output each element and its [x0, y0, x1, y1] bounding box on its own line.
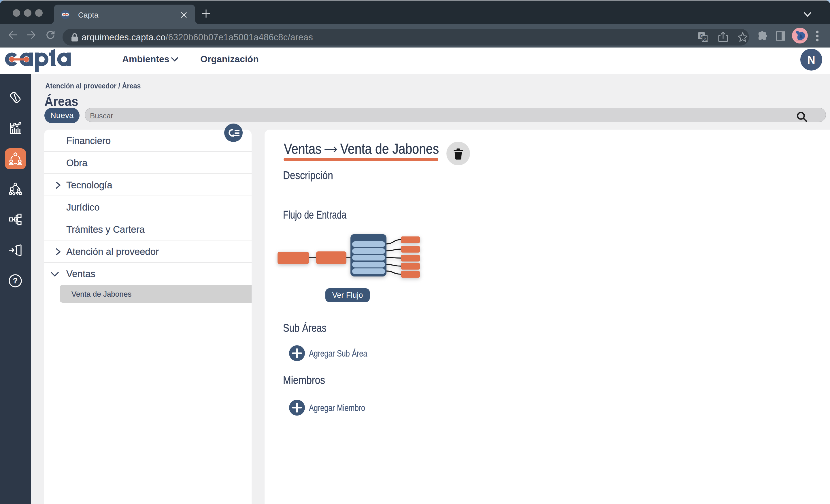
svg-text:文: 文 [703, 37, 707, 41]
svg-text:?: ? [13, 276, 18, 285]
